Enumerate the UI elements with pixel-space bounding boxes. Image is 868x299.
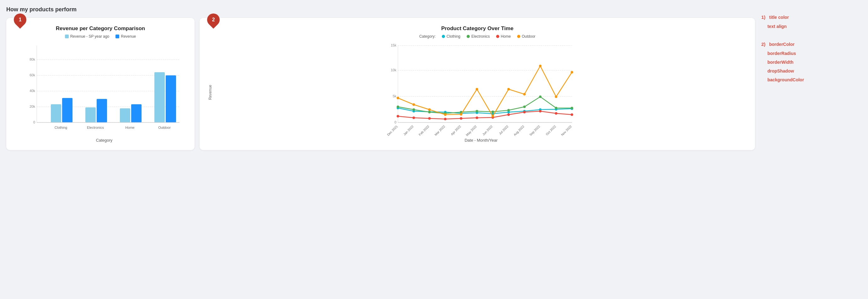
dot-outdoor-0 <box>397 97 399 99</box>
x-label-aug2022: Aug 2022 <box>513 124 525 136</box>
chart2-y-axis-label: Revenue <box>208 85 212 100</box>
chart2-with-axes: Revenue 0 5k 10k 15k <box>207 42 747 143</box>
svg-text:40k: 40k <box>30 89 35 93</box>
dot-home-2 <box>428 117 431 120</box>
dot-outdoor-10 <box>555 95 557 98</box>
bar-home-curr <box>131 104 142 122</box>
x-label-sep2022: Sep 2022 <box>529 124 541 136</box>
dot-home-8 <box>523 111 526 113</box>
y-label-container-1 <box>14 42 20 143</box>
ann2-line4: dropShadow <box>767 68 794 73</box>
line-chart-svg: 0 5k 10k 15k <box>215 42 747 137</box>
legend-dot-clothing <box>442 35 445 38</box>
chart1-content: 0 20k 40k 60k 80k <box>21 42 187 143</box>
ann2-line2: borderRadius <box>767 51 796 56</box>
svg-text:5k: 5k <box>393 94 396 98</box>
legend-electronics: Electronics <box>467 34 490 39</box>
dot-home-10 <box>555 112 557 115</box>
svg-text:80k: 80k <box>30 58 35 61</box>
bar-outdoor-curr <box>166 76 176 122</box>
legend-dot-outdoor <box>517 35 520 38</box>
x-label-outdoor: Outdoor <box>158 126 171 129</box>
svg-text:0: 0 <box>33 120 35 124</box>
legend-cat-label: Category: <box>419 34 436 39</box>
bar-electronics-prev <box>85 108 96 122</box>
chart2-content: 0 5k 10k 15k <box>215 42 747 143</box>
legend-label-prev: Revenue - SP year ago <box>70 34 110 39</box>
legend-label-clothing: Clothing <box>446 34 460 39</box>
dot-outdoor-4 <box>460 113 462 116</box>
legend-home: Home <box>496 34 511 39</box>
chart2-title: Product Category Over Time <box>207 25 747 32</box>
x-label-feb2022: Feb 2022 <box>418 124 430 136</box>
x-label-nov2022: Nov 2022 <box>560 124 572 136</box>
bar-outdoor-prev <box>154 72 165 122</box>
x-label-jan2022: Jan 2022 <box>403 124 414 136</box>
x-label-may2022: May 2022 <box>465 124 477 137</box>
page-title: How my products perform <box>6 6 755 13</box>
x-label-clothing: Clothing <box>55 126 67 129</box>
ann2-line3: borderWidth <box>767 60 793 65</box>
bar-clothing-curr <box>62 98 72 122</box>
svg-text:20k: 20k <box>30 104 35 108</box>
main-container: How my products perform 1 Revenue per Ca… <box>6 6 755 150</box>
dot-outdoor-8 <box>523 93 526 95</box>
chart1-legend: Revenue - SP year ago Revenue <box>14 34 187 39</box>
dot-outdoor-11 <box>571 71 574 73</box>
ann2-line5: backgroundColor <box>767 77 804 82</box>
charts-wrapper: 1 Revenue per Category Comparison Revenu… <box>6 18 755 150</box>
x-label-apr2022: Apr 2022 <box>450 124 462 136</box>
bar-chart-svg: 0 20k 40k 60k 80k <box>21 42 187 137</box>
dot-outdoor-6 <box>491 115 494 117</box>
dot-home-5 <box>476 117 478 119</box>
annotation-1: 1) title color text align <box>761 12 856 31</box>
dot-home-0 <box>397 115 399 117</box>
dot-outdoor-1 <box>413 103 415 106</box>
bar-home-prev <box>120 108 130 122</box>
dot-outdoor-3 <box>444 113 446 116</box>
line-home <box>398 111 572 119</box>
legend-label-outdoor: Outdoor <box>522 34 535 39</box>
legend-color-prev <box>65 34 69 38</box>
dot-electronics-0 <box>397 106 399 108</box>
legend-dot-home <box>496 35 499 38</box>
legend-clothing: Clothing <box>442 34 460 39</box>
chart-card-1: 1 Revenue per Category Comparison Revenu… <box>6 18 194 150</box>
chart2-legend: Category: Clothing Electronics Home Outd… <box>207 34 747 39</box>
dot-home-11 <box>571 113 574 116</box>
x-label-electronics: Electronics <box>87 126 104 129</box>
dot-electronics-7 <box>507 109 510 112</box>
line-outdoor <box>398 66 572 116</box>
bar-clothing-prev <box>51 104 61 122</box>
dot-electronics-11 <box>571 107 574 109</box>
dot-electronics-2 <box>428 111 431 113</box>
ann2-line1: borderColor <box>769 42 795 47</box>
chart1-x-axis-label: Category <box>21 138 187 143</box>
legend-label-home: Home <box>501 34 511 39</box>
dot-outdoor-7 <box>507 88 510 90</box>
x-label-home: Home <box>125 126 134 129</box>
dot-home-3 <box>444 118 446 120</box>
chart-card-2: 2 Product Category Over Time Category: C… <box>199 18 755 150</box>
svg-text:60k: 60k <box>30 73 35 77</box>
legend-outdoor: Outdoor <box>517 34 535 39</box>
y-label-container-2: Revenue <box>207 42 213 143</box>
dot-electronics-9 <box>539 95 541 98</box>
dot-outdoor-2 <box>428 108 431 111</box>
dot-home-1 <box>413 117 415 119</box>
legend-color-curr <box>116 34 119 38</box>
ann1-line2: text align <box>767 24 786 29</box>
x-label-mar2022: Mar 2022 <box>434 124 446 136</box>
chart2-x-axis-label: Date - Month/Year <box>215 138 747 143</box>
annotation-2: 2) borderColor borderRadius borderWidth … <box>761 39 856 84</box>
dot-electronics-8 <box>523 106 526 108</box>
line-electronics <box>398 97 572 113</box>
dot-outdoor-5 <box>476 88 478 90</box>
ann1-line1: title color <box>769 15 789 20</box>
legend-label-electronics: Electronics <box>471 34 490 39</box>
x-label-jun2022: Jun 2022 <box>482 124 493 136</box>
legend-item-curr: Revenue <box>116 34 136 39</box>
x-label-dec2021: Dec 2021 <box>386 124 398 136</box>
dot-home-9 <box>539 110 541 113</box>
svg-text:0: 0 <box>395 120 396 124</box>
